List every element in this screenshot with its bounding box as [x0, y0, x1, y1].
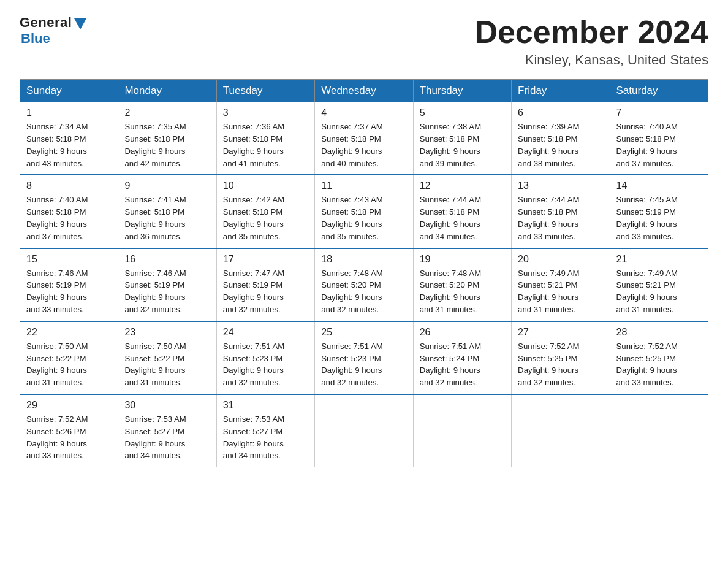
calendar-week-row: 1 Sunrise: 7:34 AM Sunset: 5:18 PM Dayli…	[20, 102, 708, 175]
table-row: 10 Sunrise: 7:42 AM Sunset: 5:18 PM Dayl…	[216, 175, 314, 248]
day-info: Sunrise: 7:52 AM Sunset: 5:26 PM Dayligh…	[26, 413, 112, 462]
logo: General Blue	[20, 15, 86, 47]
day-number: 6	[518, 107, 603, 118]
header-thursday: Thursday	[413, 80, 511, 102]
day-info: Sunrise: 7:35 AM Sunset: 5:18 PM Dayligh…	[124, 121, 210, 169]
day-number: 24	[223, 327, 308, 338]
table-row: 23 Sunrise: 7:50 AM Sunset: 5:22 PM Dayl…	[118, 321, 216, 394]
day-info: Sunrise: 7:39 AM Sunset: 5:18 PM Dayligh…	[518, 121, 603, 169]
table-row	[610, 394, 708, 467]
table-row: 9 Sunrise: 7:41 AM Sunset: 5:18 PM Dayli…	[118, 175, 216, 248]
table-row: 25 Sunrise: 7:51 AM Sunset: 5:23 PM Dayl…	[315, 321, 413, 394]
day-number: 20	[518, 254, 603, 265]
calendar-week-row: 15 Sunrise: 7:46 AM Sunset: 5:19 PM Dayl…	[20, 248, 708, 321]
table-row: 31 Sunrise: 7:53 AM Sunset: 5:27 PM Dayl…	[216, 394, 314, 467]
calendar-table: Sunday Monday Tuesday Wednesday Thursday…	[20, 79, 708, 467]
day-number: 14	[616, 180, 702, 191]
day-number: 18	[321, 254, 406, 265]
table-row: 19 Sunrise: 7:48 AM Sunset: 5:20 PM Dayl…	[413, 248, 511, 321]
day-number: 3	[223, 107, 308, 118]
calendar-week-row: 22 Sunrise: 7:50 AM Sunset: 5:22 PM Dayl…	[20, 321, 708, 394]
table-row: 15 Sunrise: 7:46 AM Sunset: 5:19 PM Dayl…	[20, 248, 118, 321]
day-info: Sunrise: 7:44 AM Sunset: 5:18 PM Dayligh…	[420, 194, 505, 242]
day-number: 27	[518, 327, 603, 338]
day-number: 26	[420, 327, 505, 338]
day-info: Sunrise: 7:53 AM Sunset: 5:27 PM Dayligh…	[124, 413, 210, 462]
table-row: 16 Sunrise: 7:46 AM Sunset: 5:19 PM Dayl…	[118, 248, 216, 321]
day-number: 16	[124, 254, 210, 265]
day-number: 29	[26, 400, 112, 411]
day-info: Sunrise: 7:51 AM Sunset: 5:23 PM Dayligh…	[223, 340, 308, 389]
day-number: 25	[321, 327, 406, 338]
day-number: 28	[616, 327, 702, 338]
day-number: 7	[616, 107, 702, 118]
day-info: Sunrise: 7:38 AM Sunset: 5:18 PM Dayligh…	[420, 121, 505, 169]
day-number: 17	[223, 254, 308, 265]
day-info: Sunrise: 7:53 AM Sunset: 5:27 PM Dayligh…	[223, 413, 308, 462]
table-row: 8 Sunrise: 7:40 AM Sunset: 5:18 PM Dayli…	[20, 175, 118, 248]
day-number: 21	[616, 254, 702, 265]
day-number: 15	[26, 254, 112, 265]
day-info: Sunrise: 7:47 AM Sunset: 5:19 PM Dayligh…	[223, 267, 308, 316]
table-row: 21 Sunrise: 7:49 AM Sunset: 5:21 PM Dayl…	[610, 248, 708, 321]
day-number: 13	[518, 180, 603, 191]
day-number: 30	[124, 400, 210, 411]
table-row: 22 Sunrise: 7:50 AM Sunset: 5:22 PM Dayl…	[20, 321, 118, 394]
logo-text-general: General	[20, 15, 72, 31]
table-row: 2 Sunrise: 7:35 AM Sunset: 5:18 PM Dayli…	[118, 102, 216, 175]
day-info: Sunrise: 7:48 AM Sunset: 5:20 PM Dayligh…	[420, 267, 505, 316]
table-row: 20 Sunrise: 7:49 AM Sunset: 5:21 PM Dayl…	[512, 248, 610, 321]
table-row: 30 Sunrise: 7:53 AM Sunset: 5:27 PM Dayl…	[118, 394, 216, 467]
day-info: Sunrise: 7:44 AM Sunset: 5:18 PM Dayligh…	[518, 194, 603, 242]
day-info: Sunrise: 7:46 AM Sunset: 5:19 PM Dayligh…	[26, 267, 112, 316]
table-row: 13 Sunrise: 7:44 AM Sunset: 5:18 PM Dayl…	[512, 175, 610, 248]
day-number: 4	[321, 107, 406, 118]
table-row	[413, 394, 511, 467]
day-number: 5	[420, 107, 505, 118]
logo-triangle-icon	[74, 18, 86, 29]
table-row: 24 Sunrise: 7:51 AM Sunset: 5:23 PM Dayl…	[216, 321, 314, 394]
table-row: 18 Sunrise: 7:48 AM Sunset: 5:20 PM Dayl…	[315, 248, 413, 321]
header-tuesday: Tuesday	[216, 80, 314, 102]
calendar-week-row: 8 Sunrise: 7:40 AM Sunset: 5:18 PM Dayli…	[20, 175, 708, 248]
table-row: 28 Sunrise: 7:52 AM Sunset: 5:25 PM Dayl…	[610, 321, 708, 394]
day-number: 10	[223, 180, 308, 191]
day-info: Sunrise: 7:45 AM Sunset: 5:19 PM Dayligh…	[616, 194, 702, 242]
day-number: 23	[124, 327, 210, 338]
day-info: Sunrise: 7:48 AM Sunset: 5:20 PM Dayligh…	[321, 267, 406, 316]
day-info: Sunrise: 7:34 AM Sunset: 5:18 PM Dayligh…	[26, 121, 112, 169]
day-number: 2	[124, 107, 210, 118]
table-row: 14 Sunrise: 7:45 AM Sunset: 5:19 PM Dayl…	[610, 175, 708, 248]
table-row: 26 Sunrise: 7:51 AM Sunset: 5:24 PM Dayl…	[413, 321, 511, 394]
day-info: Sunrise: 7:50 AM Sunset: 5:22 PM Dayligh…	[26, 340, 112, 389]
header-monday: Monday	[118, 80, 216, 102]
day-info: Sunrise: 7:50 AM Sunset: 5:22 PM Dayligh…	[124, 340, 210, 389]
day-number: 1	[26, 107, 112, 118]
day-number: 9	[124, 180, 210, 191]
weekday-header-row: Sunday Monday Tuesday Wednesday Thursday…	[20, 80, 708, 102]
month-title: December 2024	[474, 15, 708, 50]
day-info: Sunrise: 7:46 AM Sunset: 5:19 PM Dayligh…	[124, 267, 210, 316]
page-header: General Blue December 2024 Kinsley, Kans…	[20, 15, 708, 68]
table-row: 5 Sunrise: 7:38 AM Sunset: 5:18 PM Dayli…	[413, 102, 511, 175]
day-number: 19	[420, 254, 505, 265]
day-info: Sunrise: 7:52 AM Sunset: 5:25 PM Dayligh…	[616, 340, 702, 389]
day-info: Sunrise: 7:51 AM Sunset: 5:23 PM Dayligh…	[321, 340, 406, 389]
table-row: 29 Sunrise: 7:52 AM Sunset: 5:26 PM Dayl…	[20, 394, 118, 467]
calendar-week-row: 29 Sunrise: 7:52 AM Sunset: 5:26 PM Dayl…	[20, 394, 708, 467]
table-row: 12 Sunrise: 7:44 AM Sunset: 5:18 PM Dayl…	[413, 175, 511, 248]
header-sunday: Sunday	[20, 80, 118, 102]
logo-text-blue: Blue	[21, 31, 50, 47]
day-info: Sunrise: 7:40 AM Sunset: 5:18 PM Dayligh…	[26, 194, 112, 242]
header-friday: Friday	[512, 80, 610, 102]
table-row: 27 Sunrise: 7:52 AM Sunset: 5:25 PM Dayl…	[512, 321, 610, 394]
location-title: Kinsley, Kansas, United States	[474, 52, 708, 68]
table-row	[512, 394, 610, 467]
day-info: Sunrise: 7:40 AM Sunset: 5:18 PM Dayligh…	[616, 121, 702, 169]
day-info: Sunrise: 7:52 AM Sunset: 5:25 PM Dayligh…	[518, 340, 603, 389]
day-number: 12	[420, 180, 505, 191]
day-info: Sunrise: 7:37 AM Sunset: 5:18 PM Dayligh…	[321, 121, 406, 169]
table-row	[315, 394, 413, 467]
day-number: 11	[321, 180, 406, 191]
day-number: 22	[26, 327, 112, 338]
